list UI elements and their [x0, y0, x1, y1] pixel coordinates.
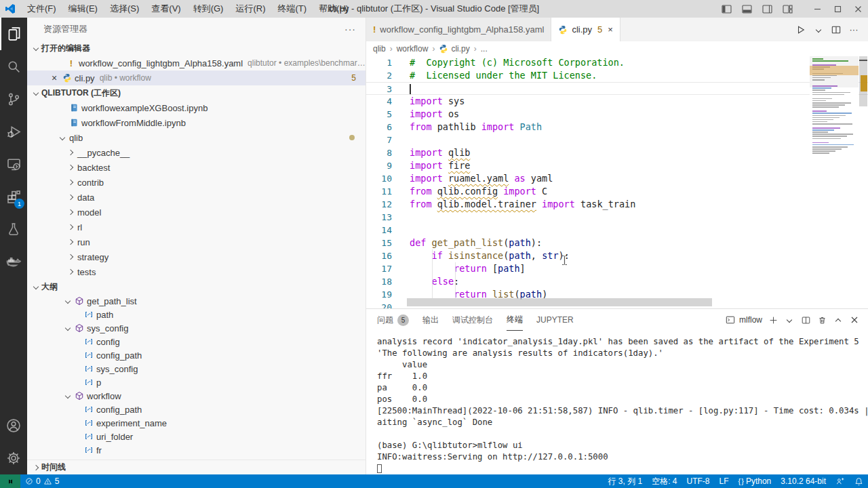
- tree-item[interactable]: workflowFromMiddle.ipynb: [27, 115, 366, 130]
- open-editor-item[interactable]: !workflow_config_lightgbm_Alpha158.yamlq…: [27, 56, 366, 70]
- tree-item[interactable]: rl: [27, 220, 366, 235]
- run-python-file-icon[interactable]: [793, 22, 808, 38]
- outline-item[interactable]: workflow: [27, 389, 366, 403]
- chevron-down-icon: [62, 299, 73, 303]
- notifications-bell-icon[interactable]: [850, 474, 868, 488]
- kill-terminal-trash-icon[interactable]: [816, 312, 827, 327]
- outline-item[interactable]: p: [27, 375, 366, 389]
- close-icon[interactable]: ×: [47, 73, 61, 83]
- breadcrumb-item[interactable]: qlib: [373, 44, 386, 54]
- search-icon[interactable]: [0, 50, 27, 83]
- section-timeline[interactable]: 时间线: [27, 460, 366, 474]
- run-dropdown-chevron-icon[interactable]: [811, 22, 826, 38]
- close-panel-icon[interactable]: [849, 312, 860, 327]
- panel-tab[interactable]: JUPYTER: [536, 309, 574, 331]
- breadcrumb-item[interactable]: ...: [481, 44, 488, 54]
- section-open-editors[interactable]: 打开的编辑器: [27, 41, 366, 56]
- panel-tab[interactable]: 输出: [422, 309, 439, 331]
- tree-item[interactable]: data: [27, 190, 366, 205]
- tree-item[interactable]: strategy: [27, 249, 366, 264]
- maximize-panel-chevron-icon[interactable]: [833, 312, 844, 327]
- panel-tab[interactable]: 调试控制台: [452, 309, 493, 331]
- outline-item[interactable]: sys_config: [27, 362, 366, 375]
- extensions-icon[interactable]: 1: [0, 180, 27, 213]
- tree-item[interactable]: contrib: [27, 175, 366, 190]
- run-debug-icon[interactable]: [0, 115, 27, 148]
- menu-item[interactable]: 运行(R): [229, 0, 271, 18]
- menu-item[interactable]: 编辑(E): [62, 0, 104, 18]
- split-editor-icon[interactable]: [829, 22, 844, 38]
- remote-indicator[interactable]: [0, 474, 20, 488]
- encoding[interactable]: UTF-8: [682, 474, 715, 488]
- outline-item[interactable]: get_path_list: [27, 294, 366, 308]
- remote-explorer-icon[interactable]: [0, 148, 27, 180]
- sidebar-more-actions-icon[interactable]: ···: [344, 24, 356, 35]
- new-terminal-icon[interactable]: [768, 312, 778, 327]
- outline-item[interactable]: config_path: [27, 403, 366, 416]
- menu-item[interactable]: 文件(F): [21, 0, 62, 18]
- menu-item[interactable]: 查看(V): [145, 0, 186, 18]
- breadcrumb[interactable]: qlib›workflow›cli.py›...: [366, 41, 868, 56]
- toggle-sidebar-icon[interactable]: [716, 0, 736, 18]
- explorer-icon[interactable]: [0, 18, 27, 50]
- toggle-secondary-sidebar-icon[interactable]: [757, 0, 777, 18]
- panel-tab[interactable]: 问题5: [377, 309, 409, 331]
- editor-tab[interactable]: !workflow_config_lightgbm_Alpha158.yaml: [366, 18, 551, 41]
- feedback-icon[interactable]: [831, 474, 850, 488]
- minimap[interactable]: [810, 56, 859, 165]
- indentation[interactable]: 空格: 4: [647, 474, 682, 488]
- outline-item-label: fr: [96, 445, 102, 455]
- problems-status[interactable]: 0 5: [20, 474, 64, 488]
- python-interpreter[interactable]: 3.10.2 64-bit: [776, 474, 831, 488]
- tree-item[interactable]: workflowexampleXGBoost.ipynb: [27, 100, 366, 115]
- account-icon[interactable]: [0, 409, 27, 442]
- minimize-icon[interactable]: [807, 0, 827, 18]
- breadcrumb-item[interactable]: workflow: [397, 44, 429, 54]
- split-terminal-icon[interactable]: [800, 312, 811, 327]
- maximize-icon[interactable]: [827, 0, 848, 18]
- menu-bar: 文件(F)编辑(E)选择(S)查看(V)转到(G)运行(R)终端(T)帮助(H): [21, 0, 355, 18]
- outline-item[interactable]: fr: [27, 443, 366, 457]
- tree-item[interactable]: tests: [27, 264, 366, 279]
- terminal-dropdown-chevron-icon[interactable]: [784, 312, 795, 327]
- tree-item[interactable]: model: [27, 205, 366, 220]
- customize-layout-icon[interactable]: [777, 0, 797, 18]
- outline-item[interactable]: config: [27, 335, 366, 348]
- language-mode[interactable]: { } Python: [734, 474, 776, 488]
- section-outline[interactable]: 大纲: [27, 279, 366, 294]
- terminal-output[interactable]: analysis record 'indicator_analysis_1day…: [366, 331, 868, 474]
- eol-sequence[interactable]: LF: [715, 474, 734, 488]
- settings-gear-icon[interactable]: [0, 442, 27, 474]
- code-editor[interactable]: 1# Copyright (c) Microsoft Corporation.2…: [366, 56, 868, 308]
- outline-item[interactable]: config_path: [27, 348, 366, 362]
- toggle-panel-icon[interactable]: [736, 0, 757, 18]
- terminal-picker[interactable]: mlflow: [739, 312, 762, 327]
- more-actions-icon[interactable]: ···: [846, 22, 861, 38]
- horizontal-scrollbar[interactable]: [407, 298, 712, 306]
- tree-item[interactable]: qlib: [27, 130, 366, 145]
- editor-scrollbar[interactable]: [859, 56, 868, 308]
- panel-tab[interactable]: 终端: [507, 309, 523, 331]
- menu-item[interactable]: 转到(G): [187, 0, 230, 18]
- menu-item[interactable]: 帮助(H): [313, 0, 355, 18]
- open-editor-item[interactable]: ×cli.pyqlib • workflow5: [27, 70, 366, 85]
- cursor-position[interactable]: 行 3, 列 1: [603, 474, 647, 488]
- tree-item[interactable]: run: [27, 235, 366, 249]
- close-icon[interactable]: ×: [608, 24, 613, 35]
- docker-icon[interactable]: [0, 245, 27, 278]
- editor-tab[interactable]: cli.py5×: [551, 18, 620, 41]
- menu-item[interactable]: 选择(S): [104, 0, 145, 18]
- outline-item[interactable]: uri_folder: [27, 430, 366, 443]
- outline-item[interactable]: sys_config: [27, 321, 366, 335]
- terminal-shell-icon[interactable]: [725, 312, 736, 327]
- breadcrumb-item[interactable]: cli.py: [451, 44, 469, 54]
- outline-item[interactable]: experiment_name: [27, 416, 366, 430]
- tree-item[interactable]: __pycache__: [27, 145, 366, 160]
- source-control-icon[interactable]: [0, 83, 27, 115]
- tree-item[interactable]: backtest: [27, 160, 366, 175]
- menu-item[interactable]: 终端(T): [271, 0, 313, 18]
- testing-icon[interactable]: [0, 213, 27, 245]
- outline-item[interactable]: path: [27, 308, 366, 321]
- close-window-icon[interactable]: [848, 0, 868, 18]
- section-workspace[interactable]: QLIBTUTOR (工作区): [27, 85, 366, 100]
